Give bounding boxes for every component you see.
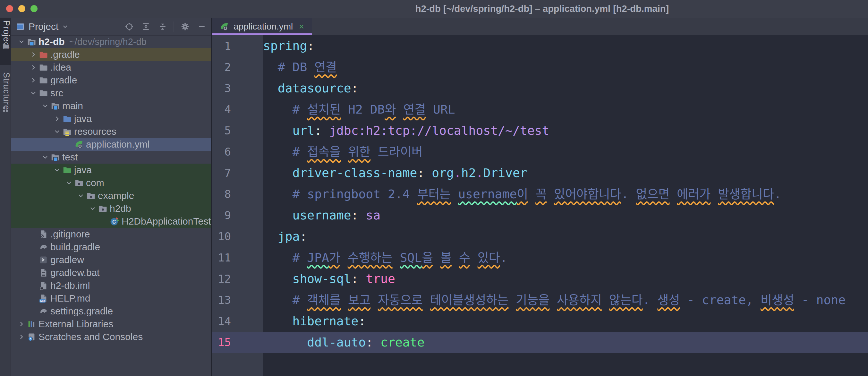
tree-row-gradle[interactable]: .gradle bbox=[11, 48, 212, 61]
code-line-14[interactable]: hibernate: bbox=[263, 311, 868, 332]
tree-row-external-libraries[interactable]: External Libraries bbox=[11, 318, 212, 331]
line-number-7[interactable]: 7 bbox=[212, 162, 231, 184]
chevron-right-icon[interactable] bbox=[18, 333, 27, 341]
chevron-down-icon[interactable] bbox=[41, 153, 50, 161]
chevron-right-icon[interactable] bbox=[30, 51, 38, 58]
code-line-2[interactable]: # DB 연결 bbox=[263, 57, 868, 77]
code-line-13[interactable]: # 객체를 보고 자동으로 테이블생성하는 기능을 사용하지 않는다. 생성 -… bbox=[263, 289, 868, 311]
tab-label: application.yml bbox=[234, 22, 293, 32]
tree-item-label: java bbox=[74, 164, 92, 176]
expand-all-button[interactable] bbox=[141, 22, 151, 31]
chevron-down-icon[interactable] bbox=[89, 205, 98, 212]
chevron-down-icon[interactable] bbox=[62, 23, 69, 30]
panel-title[interactable]: Project bbox=[29, 21, 58, 32]
tree-row-build-gradle[interactable]: build.gradle bbox=[11, 241, 212, 253]
bat-file-icon bbox=[38, 268, 50, 278]
line-number-9[interactable]: 9 bbox=[212, 205, 231, 226]
window-titlebar: h2-db [~/dev/spring/h2-db] – application… bbox=[0, 0, 868, 18]
tree-row-gradlew-bat[interactable]: gradlew.bat bbox=[11, 266, 212, 279]
chevron-down-icon[interactable] bbox=[77, 192, 86, 199]
tree-row-settings-gradle[interactable]: settings.gradle bbox=[11, 305, 212, 318]
line-number-3[interactable]: 3 bbox=[212, 77, 231, 99]
spring-file-icon bbox=[219, 22, 229, 31]
tree-item-label: com bbox=[86, 178, 104, 188]
tab-close-icon[interactable] bbox=[298, 23, 305, 30]
code-line-7[interactable]: driver-class-name: org.h2.Driver bbox=[263, 162, 868, 184]
chevron-down-icon[interactable] bbox=[41, 102, 50, 110]
tree-row-application-yml[interactable]: application.yml bbox=[11, 138, 212, 151]
line-number-11[interactable]: 11 bbox=[212, 247, 231, 268]
line-number-1[interactable]: 1 bbox=[212, 35, 231, 57]
minimize-button[interactable] bbox=[18, 5, 25, 12]
line-number-12[interactable]: 12 bbox=[212, 268, 231, 289]
gradlew-file-icon bbox=[38, 255, 50, 265]
code-line-15[interactable]: ddl-auto: create bbox=[263, 332, 868, 353]
chevron-right-icon[interactable] bbox=[30, 64, 38, 71]
chevron-right-icon[interactable] bbox=[53, 115, 62, 123]
folder-red-icon bbox=[38, 50, 50, 59]
code-line-9[interactable]: username: sa bbox=[263, 205, 868, 226]
tree-row-main[interactable]: main bbox=[11, 99, 212, 112]
panel-splitter[interactable] bbox=[211, 18, 212, 376]
line-number-8[interactable]: 8 bbox=[212, 184, 231, 205]
chevron-down-icon[interactable] bbox=[65, 179, 74, 187]
structure-icon[interactable] bbox=[2, 105, 9, 113]
tab-application-yml[interactable]: application.yml bbox=[212, 18, 312, 35]
locate-button[interactable] bbox=[124, 22, 134, 31]
tree-row-idea[interactable]: .idea bbox=[11, 61, 212, 74]
chevron-right-icon[interactable] bbox=[18, 320, 27, 328]
line-number-6[interactable]: 6 bbox=[212, 141, 231, 162]
code-line-11[interactable]: # JPA가 수행하는 SQL을 볼 수 있다. bbox=[263, 247, 868, 268]
tree-row-h2-db-iml[interactable]: h2-db.iml bbox=[11, 279, 212, 292]
chevron-down-icon[interactable] bbox=[53, 128, 62, 135]
tree-item-label: h2-db bbox=[38, 36, 65, 47]
line-number-13[interactable]: 13 bbox=[212, 289, 231, 311]
code-line-4[interactable]: # 설치된 H2 DB와 연결 URL bbox=[263, 99, 868, 120]
tree-row-h2-db[interactable]: h2-db~/dev/spring/h2-db bbox=[11, 35, 212, 48]
code-line-10[interactable]: jpa: bbox=[263, 226, 868, 247]
tree-row-help-md[interactable]: MDHELP.md bbox=[11, 292, 212, 305]
tree-row-test[interactable]: test bbox=[11, 151, 212, 164]
project-view-icon bbox=[16, 22, 25, 31]
hide-button[interactable] bbox=[197, 22, 207, 31]
code-area[interactable]: spring: # DB 연결 datasource: # 설치된 H2 DB와… bbox=[263, 35, 868, 353]
chevron-right-icon[interactable] bbox=[30, 76, 38, 84]
code-line-6[interactable]: # 접속을 위한 드라이버 bbox=[263, 141, 868, 162]
line-number-5[interactable]: 5 bbox=[212, 120, 231, 141]
tree-row-gradlew[interactable]: gradlew bbox=[11, 253, 212, 266]
line-number-10[interactable]: 10 bbox=[212, 226, 231, 247]
code-line-1[interactable]: spring: bbox=[263, 35, 868, 57]
chevron-down-icon[interactable] bbox=[53, 166, 62, 174]
chevron-spacer bbox=[30, 294, 38, 302]
zoom-button[interactable] bbox=[30, 5, 37, 12]
collapse-all-button[interactable] bbox=[158, 22, 167, 31]
folder-icon bbox=[38, 75, 50, 85]
tree-row-java[interactable]: java bbox=[11, 164, 212, 177]
gear-button[interactable] bbox=[180, 22, 190, 31]
tree-row-example[interactable]: example bbox=[11, 189, 212, 202]
code-line-3[interactable]: datasource: bbox=[263, 77, 868, 99]
tree-row-src[interactable]: src bbox=[11, 87, 212, 99]
tree-row-java[interactable]: java bbox=[11, 112, 212, 125]
line-number-14[interactable]: 14 bbox=[212, 311, 231, 332]
tree-row-com[interactable]: com bbox=[11, 177, 212, 189]
chevron-spacer bbox=[101, 218, 110, 225]
tree-row-h2dbapplicationtests[interactable]: CH2DbApplicationTests bbox=[11, 215, 212, 228]
chevron-down-icon[interactable] bbox=[30, 89, 38, 97]
code-line-8[interactable]: # springboot 2.4 부터는 username이 꼭 있어야합니다.… bbox=[263, 184, 868, 205]
close-button[interactable] bbox=[6, 5, 13, 12]
tree-row-resources[interactable]: resources bbox=[11, 125, 212, 138]
chevron-down-icon[interactable] bbox=[18, 38, 27, 45]
toolwindow-button-structure-label[interactable]: Structure bbox=[0, 72, 11, 111]
tree-row-scratches-and-consoles[interactable]: Scratches and Consoles bbox=[11, 331, 212, 343]
tree-row-gradle[interactable]: gradle bbox=[11, 74, 212, 87]
line-numbers[interactable]: 123456789101112131415 bbox=[212, 35, 231, 353]
code-line-5[interactable]: url: jdbc:h2:tcp://localhost/~/test bbox=[263, 120, 868, 141]
line-number-2[interactable]: 2 bbox=[212, 57, 231, 77]
tree-row-gitignore[interactable]: .gitignore bbox=[11, 228, 212, 241]
project-folder-icon[interactable] bbox=[2, 42, 9, 50]
tree-row-h2db[interactable]: h2db bbox=[11, 202, 212, 215]
code-line-12[interactable]: show-sql: true bbox=[263, 268, 868, 289]
line-number-15[interactable]: 15 bbox=[212, 332, 231, 353]
line-number-4[interactable]: 4 bbox=[212, 99, 231, 120]
